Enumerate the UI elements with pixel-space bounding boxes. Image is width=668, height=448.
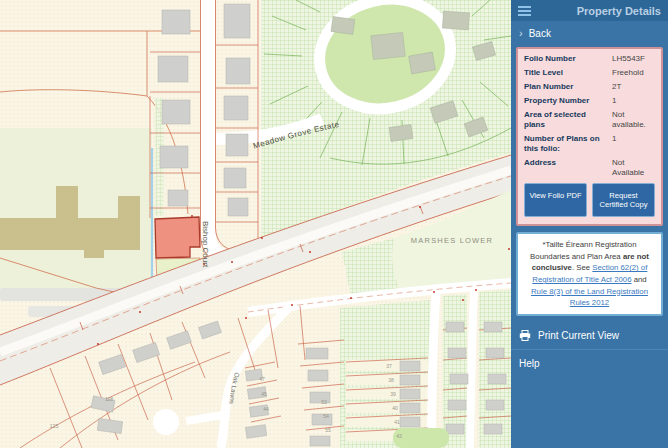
svg-text:39: 39: [390, 391, 396, 397]
request-certified-copy-button[interactable]: Request Certified Copy: [592, 183, 655, 217]
chevron-right-icon: ›: [519, 28, 523, 39]
back-label: Back: [529, 28, 551, 39]
help-button[interactable]: Help: [511, 350, 668, 377]
detail-row-folio-number: Folio Number LH5543F: [524, 54, 655, 64]
property-details-panel: Property Details › Back Folio Number LH5…: [511, 0, 668, 448]
svg-text:125: 125: [50, 423, 59, 429]
land-registry-map-viewer: Meadow Grove Estate Bishop Court MARSHES…: [0, 0, 668, 448]
detail-row-area: Area of selected plans Not available.: [524, 110, 655, 130]
svg-text:37: 37: [386, 363, 392, 369]
svg-text:40: 40: [392, 405, 398, 411]
svg-text:45: 45: [261, 391, 267, 397]
svg-text:38: 38: [388, 377, 394, 383]
print-current-view-button[interactable]: Print Current View: [511, 322, 668, 350]
map-canvas[interactable]: Meadow Grove Estate Bishop Court MARSHES…: [0, 0, 511, 448]
townland-label-marshes-lower: MARSHES LOWER: [411, 236, 493, 245]
view-folio-pdf-button[interactable]: View Folio PDF: [524, 183, 587, 217]
detail-row-number-of-plans: Number of Plans on this folio: 1: [524, 134, 655, 154]
svg-text:44: 44: [263, 406, 269, 412]
svg-text:54: 54: [323, 413, 329, 419]
svg-text:53: 53: [321, 399, 327, 405]
svg-text:47: 47: [259, 376, 265, 382]
svg-text:41: 41: [394, 419, 400, 425]
print-label: Print Current View: [538, 330, 619, 341]
detail-row-title-level: Title Level Freehold: [524, 68, 655, 78]
svg-text:118: 118: [105, 396, 113, 402]
panel-title: Property Details: [577, 5, 661, 17]
menu-icon[interactable]: [518, 6, 531, 16]
svg-text:55: 55: [325, 427, 331, 433]
street-label-bishop-court: Bishop Court: [201, 221, 210, 268]
detail-row-address: Address Not Available: [524, 158, 655, 178]
svg-text:43: 43: [396, 433, 402, 439]
detail-row-property-number: Property Number 1: [524, 96, 655, 106]
printer-icon: [519, 330, 531, 341]
boundaries-disclaimer: *Tailte Éireann Registration Boundaries …: [516, 232, 663, 316]
rule-8-link[interactable]: Rule 8(3) of the Land Registration Rules…: [531, 287, 648, 308]
detail-row-plan-number: Plan Number 2T: [524, 82, 655, 92]
property-info-box: Folio Number LH5543F Title Level Freehol…: [516, 47, 663, 226]
panel-header: Property Details: [511, 0, 668, 21]
back-button[interactable]: › Back: [511, 21, 668, 44]
